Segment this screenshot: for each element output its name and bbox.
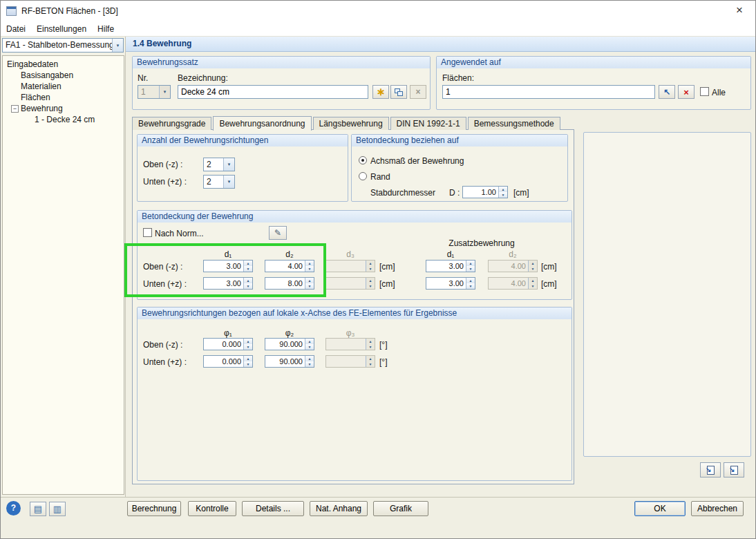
tab-bemessungsmethode[interactable]: Bemessungsmethode [468,117,560,130]
deckung-oben-d2-spinner[interactable]: 4.00 [265,260,314,272]
spin-down-icon[interactable] [305,266,314,272]
zusatz-unten-d1-spinner[interactable]: 3.00 [426,277,475,290]
zusatz-oben-d1-spinner[interactable]: 3.00 [426,260,475,272]
help-button[interactable]: ? [6,501,21,516]
menu-hilfe[interactable]: Hilfe [92,23,120,35]
tree-item-materialien[interactable]: Materialien [3,81,124,92]
anzahl-unten-dropdown[interactable]: 2 [203,175,235,189]
spin-down-icon[interactable] [466,266,475,272]
phi2-unten-spinner[interactable]: 90.000 [265,355,314,368]
berechnung-button[interactable]: Berechnung [127,501,181,516]
tree-item-flaechen[interactable]: Flächen [3,92,124,103]
zusatzbewehrung-header: Zusatzbewehrung [426,238,538,248]
delete-set-button[interactable]: × [410,85,426,99]
spin-down-icon[interactable] [499,192,507,198]
deckung-oben-d1-spinner[interactable]: 3.00 [203,260,253,272]
page-title: 1.4 Bewehrung [126,37,756,52]
nr-dropdown-value: 1 [138,86,159,98]
new-set-button[interactable]: ∗ [372,85,389,99]
case-dropdown-value: FA1 - Stahlbeton-Bemessung [3,39,112,52]
menu-datei[interactable]: Datei [1,23,31,35]
collapse-icon[interactable]: − [11,105,19,113]
pick-surfaces-button[interactable]: ↖ [659,85,675,99]
nr-dropdown[interactable]: 1 [138,85,171,99]
tab-bewehrungsanordnung[interactable]: Bewehrungsanordnung [213,116,311,131]
spin-up-icon[interactable] [466,278,475,283]
grafik-button[interactable]: Grafik [373,501,428,516]
spin-down-icon[interactable] [244,361,252,367]
spin-up-icon[interactable] [244,278,252,283]
flaechen-input[interactable] [442,85,655,99]
value: 4.00 [489,261,528,272]
spin-down-icon[interactable] [305,283,314,289]
nach-norm-checkbox[interactable] [143,228,152,237]
phi1-oben-spinner[interactable]: 0.000 [203,338,253,350]
anzahl-unten-value: 2 [204,176,223,188]
abbrechen-button[interactable]: Abbrechen [691,501,744,516]
spin-down-icon[interactable] [305,344,314,350]
phi2-oben-spinner[interactable]: 90.000 [265,338,314,350]
close-icon[interactable]: × [724,1,755,21]
spin-up-icon[interactable] [244,356,252,361]
clear-surfaces-button[interactable]: × [678,85,694,99]
spin-up-icon[interactable] [305,339,314,344]
phi1-unten-spinner[interactable]: 0.000 [203,355,253,368]
group-betondeckung-title: Betondeckung der Bewehrung [138,211,571,223]
spin-up-icon[interactable] [499,187,507,192]
footer-bar: ? ▤ ▥ Berechnung Kontrolle Details ... N… [1,497,755,539]
tab-laengsbewehrung[interactable]: Längsbewehrung [313,117,389,130]
spin-down-icon[interactable] [244,283,252,289]
case-dropdown[interactable]: FA1 - Stahlbeton-Bemessung [2,38,124,53]
chevron-down-icon [159,86,170,98]
stabdurchmesser-spinner[interactable]: 1.00 [462,186,508,198]
kontrolle-button[interactable]: Kontrolle [188,501,236,516]
spin-up-icon[interactable] [305,261,314,266]
value [326,356,366,367]
tree-item-eingabedaten[interactable]: Eingabedaten [3,59,124,70]
tab-din-en-1992-1-1[interactable]: DIN EN 1992-1-1 [390,117,466,130]
spin-down-icon[interactable] [466,283,475,289]
spin-up-icon[interactable] [244,261,252,266]
nat-anhang-button[interactable]: Nat. Anhang [310,501,368,516]
spin-up-icon [366,339,375,344]
norm-settings-button[interactable]: ✎ [269,226,287,240]
value [326,339,366,350]
spin-down-icon[interactable] [244,344,252,350]
spin-down-icon[interactable] [305,361,314,367]
alle-checkbox[interactable] [700,87,709,96]
details-button[interactable]: Details ... [242,501,304,516]
tree-item-decke-24cm[interactable]: 1 - Decke 24 cm [3,114,124,125]
copy-set-button[interactable] [390,85,407,99]
bezeichnung-input[interactable] [178,85,368,99]
ok-button[interactable]: OK [634,501,686,516]
spin-up-icon[interactable] [466,261,475,266]
richtung-unten-label: Unten (+z) : [143,357,187,367]
group-bewehrungsrichtungen: Bewehrungsrichtungen bezogen auf lokale … [137,307,572,481]
achsmass-radio[interactable] [359,156,367,164]
tree-item-basisangaben[interactable]: Basisangaben [3,70,124,81]
richtung-unten-unit: [°] [379,357,387,367]
menu-einstellungen[interactable]: Einstellungen [31,23,92,35]
spin-down-icon[interactable] [244,266,252,272]
tree-item-bewehrung[interactable]: − Bewehrung [3,103,124,114]
group-betondeckung: Betondeckung der Bewehrung Nach Norm... … [137,210,572,300]
value: 3.00 [426,261,466,272]
transfer-settings-button-2[interactable]: ↘ [724,462,744,477]
spin-up-icon[interactable] [244,339,252,344]
deckung-unten-d2-spinner[interactable]: 8.00 [265,277,314,290]
transfer-settings-button-1[interactable]: ↘ [700,462,721,477]
anzahl-oben-dropdown[interactable]: 2 [203,158,235,171]
deckung-unten-d1-spinner[interactable]: 3.00 [203,277,253,290]
new-icon: ∗ [377,88,386,95]
spin-up-icon[interactable] [305,278,314,283]
dock-panel-button-1[interactable]: ▤ [30,502,46,516]
rand-radio[interactable] [359,172,367,180]
window-title: RF-BETON Flächen - [3D] [21,6,118,16]
tree-item-bewehrung-label: Bewehrung [21,103,63,114]
tab-bewehrungsgrade[interactable]: Bewehrungsgrade [132,117,211,130]
dock-panel-button-2[interactable]: ▥ [49,502,66,516]
deckung-oben-unit: [cm] [379,262,395,272]
spin-up-icon[interactable] [305,356,314,361]
rand-label: Rand [370,172,390,182]
main-panel: 1.4 Bewehrung Bewehrungssatz Nr. Bezeich… [126,37,756,497]
